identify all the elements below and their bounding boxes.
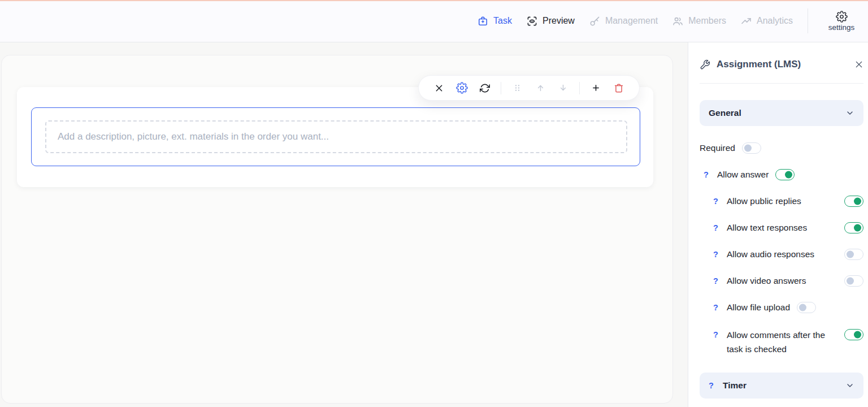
row-allow-audio-responses: ? Allow audio responses [700,248,863,261]
tab-management[interactable]: Management [589,16,658,27]
allow-text-responses-toggle[interactable] [844,222,863,233]
chevron-down-icon [845,381,854,390]
drag-handle-icon[interactable] [511,81,524,95]
required-toggle[interactable] [742,142,761,154]
toggle-knob [799,304,806,311]
help-icon[interactable]: ? [713,304,721,312]
help-icon[interactable]: ? [713,250,721,259]
toolbar-divider [579,82,580,94]
row-allow-comments: ? Allow comments after the task is check… [700,328,863,356]
description-dropzone[interactable]: Add a description, picture, ext. materia… [45,120,627,153]
tab-analytics[interactable]: Analytics [741,16,793,27]
trending-up-icon [741,16,752,27]
toggle-knob [847,251,854,258]
help-icon[interactable]: ? [713,331,721,339]
tab-management-label: Management [605,16,658,26]
gear-icon[interactable] [455,81,468,95]
wrench-icon [700,59,710,70]
section-timer-label: Timer [723,380,845,391]
allow-file-upload-toggle[interactable] [797,302,816,313]
settings-button[interactable]: settings [818,11,865,32]
tab-members[interactable]: Members [672,16,726,27]
allow-public-replies-toggle[interactable] [844,196,863,207]
help-icon[interactable]: ? [713,224,721,232]
section-general-label: General [709,108,845,118]
settings-sidebar: Assignment (LMS) General Required ? Allo… [688,42,868,407]
tab-preview[interactable]: Preview [527,16,575,27]
section-timer[interactable]: ? Timer [700,373,863,399]
description-block-card[interactable]: Add a description, picture, ext. materia… [17,87,653,187]
settings-label: settings [828,23,855,32]
allow-video-answers-label: Allow video answers [727,276,806,286]
sidebar-header: Assignment (LMS) [700,57,863,72]
users-icon [672,16,683,27]
toggle-knob [854,224,861,232]
row-allow-file-upload: ? Allow file upload [700,301,863,314]
tab-members-label: Members [688,16,726,26]
row-allow-answer: ? Allow answer [700,168,863,181]
gear-icon [836,11,848,23]
header-divider [808,8,808,33]
allow-answer-toggle[interactable] [775,169,795,180]
allow-comments-label: Allow comments after the task is checked [727,328,839,356]
section-general[interactable]: General [700,100,863,126]
allow-text-responses-label: Allow text responses [727,223,807,233]
tab-task-label: Task [493,16,512,26]
plus-icon[interactable] [589,81,603,95]
description-placeholder: Add a description, picture, ext. materia… [58,131,329,142]
allow-file-upload-label: Allow file upload [727,302,790,313]
allow-public-replies-label: Allow public replies [727,196,801,206]
toggle-knob [847,278,854,285]
settings-rows: Required ? Allow answer ? Allow public r… [700,142,863,356]
sidebar-divider [700,83,863,84]
top-accent-line [0,0,868,1]
tab-analytics-label: Analytics [757,16,793,26]
required-label: Required [700,143,735,153]
close-icon[interactable] [854,60,863,69]
allow-comments-toggle[interactable] [844,329,863,340]
help-icon[interactable]: ? [713,277,721,285]
row-required: Required [700,142,863,154]
chevron-down-icon [845,109,854,118]
row-allow-text-responses: ? Allow text responses [700,222,863,234]
allow-video-answers-toggle[interactable] [844,275,863,287]
arrow-down-icon[interactable] [557,81,570,95]
allow-answer-label: Allow answer [717,170,769,180]
help-icon[interactable]: ? [704,171,711,179]
sidebar-title: Assignment (LMS) [717,59,854,70]
toggle-knob [744,145,752,152]
row-allow-video-answers: ? Allow video answers [700,275,863,287]
main-nav: Task Preview Management [478,16,793,27]
help-icon[interactable]: ? [713,197,721,206]
key-icon [589,16,600,27]
briefcase-plus-icon [478,16,488,27]
allow-audio-responses-label: Allow audio responses [727,249,814,259]
selected-block-outline: Add a description, picture, ext. materia… [31,107,640,166]
refresh-icon[interactable] [478,81,492,95]
toolbar-divider [501,82,501,94]
toggle-knob [785,171,792,179]
top-bar: Task Preview Management [0,0,868,42]
block-toolbar [418,75,640,101]
close-icon[interactable] [432,81,446,95]
allow-audio-responses-toggle[interactable] [844,249,863,260]
row-allow-public-replies: ? Allow public replies [700,195,863,207]
toggle-knob [854,331,861,339]
eye-scan-icon [527,16,537,27]
trash-icon[interactable] [612,81,626,95]
tab-task[interactable]: Task [478,16,512,27]
arrow-up-icon[interactable] [533,81,547,95]
help-icon[interactable]: ? [709,382,717,390]
toggle-knob [854,198,861,205]
tab-preview-label: Preview [542,16,575,26]
